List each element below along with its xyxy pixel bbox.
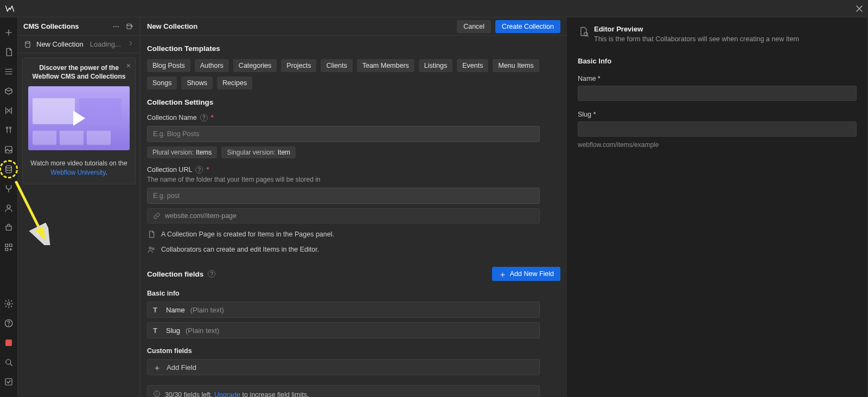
svg-rect-12 <box>5 379 12 385</box>
discover-below-text: Watch more video tutorials on the Webflo… <box>28 159 130 177</box>
plus-icon: ＋ <box>153 363 161 372</box>
discover-prefix: Watch more video tutorials on the <box>30 159 127 167</box>
tutorial-video-thumbnail[interactable] <box>28 86 130 150</box>
collection-url-preview: website.com//item-page <box>147 208 540 223</box>
field-row[interactable]: T Name (Plain text) <box>147 302 540 318</box>
pages-icon[interactable] <box>3 46 15 58</box>
search-icon[interactable] <box>3 356 15 368</box>
help-icon[interactable] <box>3 317 15 329</box>
help-icon[interactable]: ? <box>195 166 203 174</box>
required-star: * <box>211 114 214 121</box>
template-chip[interactable]: Authors <box>195 59 229 72</box>
singular-pill: Singular version:Item <box>221 146 296 158</box>
template-chip[interactable]: Listings <box>419 59 452 72</box>
svg-rect-5 <box>5 244 8 247</box>
collection-name-input[interactable] <box>147 126 540 142</box>
plus-icon: ＋ <box>499 270 507 278</box>
audit-icon[interactable] <box>3 376 15 388</box>
field-type: (Plain text) <box>190 306 224 314</box>
apps-icon[interactable] <box>3 241 15 253</box>
link-icon <box>153 212 161 220</box>
left-rail <box>0 17 18 397</box>
cancel-button[interactable]: Cancel <box>457 20 491 33</box>
center-panel: New Collection Cancel Create Collection … <box>141 17 567 397</box>
preview-title: Editor Preview <box>594 25 799 33</box>
collection-url-input[interactable] <box>147 188 540 204</box>
collection-name-label: Collection Name <box>147 114 197 121</box>
template-chip[interactable]: Shows <box>181 76 213 89</box>
editor-preview-panel: Editor Preview This is the form that Col… <box>567 17 867 397</box>
basic-info-heading: Basic info <box>147 290 560 297</box>
new-collection-icon[interactable] <box>124 21 135 32</box>
template-chip[interactable]: Songs <box>147 76 177 89</box>
svg-rect-6 <box>10 244 12 247</box>
collection-list-item[interactable]: New Collection Loading... <box>18 36 140 53</box>
preview-icon <box>578 26 589 37</box>
preview-slug-input[interactable] <box>578 121 857 137</box>
field-limits-row: 30/30 fields left. Upgrade to increase f… <box>147 385 540 397</box>
variables-icon[interactable] <box>3 105 15 117</box>
discover-card: × Discover the power of the Webflow CMS … <box>22 57 136 184</box>
cms-sidebar: CMS Collections New Collection Loading..… <box>18 17 141 397</box>
app-topbar <box>0 0 868 17</box>
add-field-row[interactable]: ＋ Add Field <box>147 359 540 375</box>
play-icon <box>73 111 85 126</box>
video-stop-icon[interactable] <box>3 337 15 349</box>
cms-icon[interactable] <box>3 163 15 175</box>
webflow-university-link[interactable]: Webflow University <box>50 169 105 176</box>
field-name: Name <box>166 306 185 314</box>
svg-point-3 <box>6 165 12 168</box>
create-collection-button[interactable]: Create Collection <box>495 20 560 33</box>
components-icon[interactable] <box>3 85 15 97</box>
logic-icon[interactable] <box>3 183 15 195</box>
template-chip[interactable]: Projects <box>281 59 316 72</box>
preview-subtitle: This is the form that Collaborators will… <box>594 35 799 43</box>
navigator-icon[interactable] <box>3 66 15 78</box>
template-chip[interactable]: Blog Posts <box>147 59 190 72</box>
svg-point-10 <box>9 325 9 325</box>
template-chip[interactable]: Team Members <box>357 59 414 72</box>
text-type-icon: T <box>153 306 161 314</box>
add-new-field-button[interactable]: ＋Add New Field <box>492 267 560 281</box>
dismiss-card-icon[interactable]: × <box>126 61 131 70</box>
preview-basic-info-heading: Basic Info <box>578 57 857 65</box>
template-chip[interactable]: Clients <box>321 59 352 72</box>
discover-title: Discover the power of the Webflow CMS an… <box>28 63 130 81</box>
users-icon[interactable] <box>3 202 15 214</box>
preview-name-input[interactable] <box>578 86 857 101</box>
upgrade-link[interactable]: Upgrade <box>214 391 240 398</box>
template-chip[interactable]: Recipes <box>217 76 252 89</box>
svg-point-17 <box>25 41 30 43</box>
style-icon[interactable] <box>3 124 15 136</box>
add-icon[interactable] <box>3 27 15 39</box>
info-collaborators: Collaborators can create and edit Items … <box>161 246 319 253</box>
text-type-icon: T <box>153 326 161 335</box>
ecommerce-icon[interactable] <box>3 222 15 234</box>
close-icon[interactable] <box>855 4 864 13</box>
database-icon <box>23 40 32 49</box>
template-chip[interactable]: Menu Items <box>493 59 539 72</box>
webflow-logo-icon[interactable] <box>4 3 15 14</box>
svg-point-15 <box>118 26 119 27</box>
discover-suffix: . <box>105 169 107 176</box>
collection-url-help: The name of the folder that your Item pa… <box>147 176 560 183</box>
svg-point-18 <box>149 247 151 249</box>
template-chip[interactable]: Events <box>457 59 488 72</box>
help-icon[interactable]: ? <box>200 114 208 121</box>
limits-suffix: to increase field limits. <box>240 391 309 398</box>
svg-rect-7 <box>5 248 8 251</box>
collection-fields-heading: Collection fields <box>147 270 203 278</box>
help-icon[interactable]: ? <box>208 270 215 278</box>
limits-prefix: 30/30 fields left. <box>165 391 214 398</box>
info-icon <box>153 390 161 397</box>
svg-point-13 <box>113 26 114 27</box>
assets-icon[interactable] <box>3 144 15 156</box>
template-chip[interactable]: Categories <box>233 59 277 72</box>
collaborators-icon <box>147 245 156 254</box>
field-row[interactable]: T Slug (Plain text) <box>147 322 540 338</box>
svg-rect-2 <box>5 146 12 153</box>
more-options-icon[interactable] <box>111 21 122 32</box>
settings-gear-icon[interactable] <box>3 298 15 310</box>
svg-point-8 <box>8 303 10 305</box>
sidebar-title: CMS Collections <box>23 22 108 30</box>
